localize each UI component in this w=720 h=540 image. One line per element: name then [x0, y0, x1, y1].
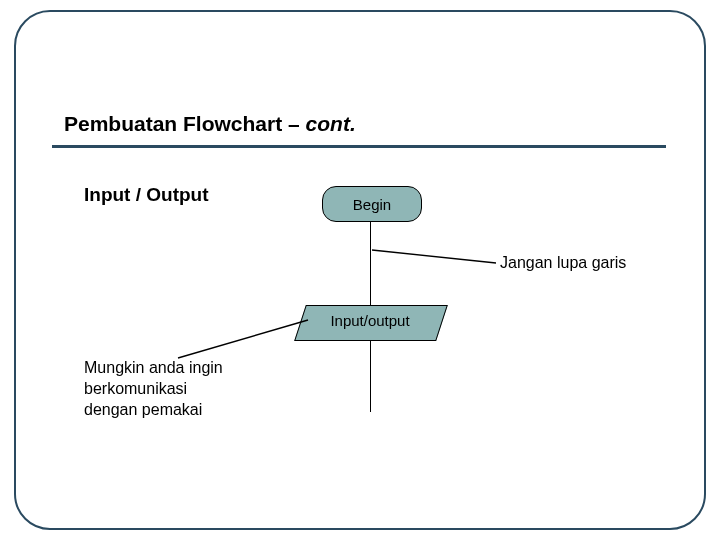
section-label: Input / Output [84, 184, 209, 206]
title-main: Pembuatan Flowchart [64, 112, 282, 135]
title-suffix: cont. [306, 112, 356, 135]
title-sep: – [282, 112, 305, 135]
io-label: Input/output [300, 312, 440, 329]
slide-title: Pembuatan Flowchart – cont. [64, 112, 356, 136]
flow-line-io-down [370, 340, 371, 412]
annotation-right: Jangan lupa garis [500, 254, 626, 272]
anno-left-line2: berkomunikasi [84, 380, 187, 397]
title-underline [52, 145, 666, 148]
flow-line-begin-to-io [370, 221, 371, 305]
anno-left-line3: dengan pemakai [84, 401, 202, 418]
anno-left-line1: Mungkin anda ingin [84, 359, 223, 376]
begin-label: Begin [353, 196, 391, 213]
flowchart-begin-node: Begin [322, 186, 422, 222]
annotation-left: Mungkin anda ingin berkomunikasi dengan … [84, 358, 274, 420]
